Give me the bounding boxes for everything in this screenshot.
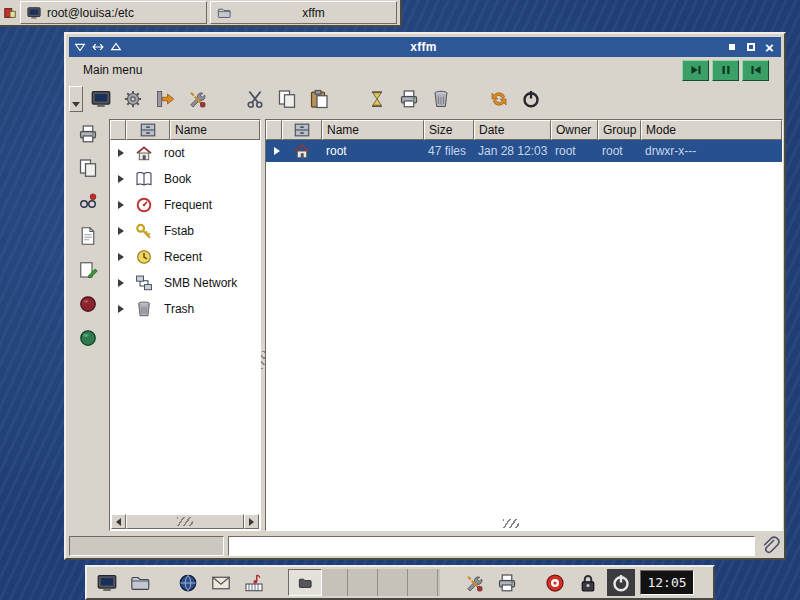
- column-header-group[interactable]: Group: [598, 120, 641, 140]
- toolbar-dropdown-button[interactable]: [69, 86, 83, 112]
- edit-tool-button[interactable]: [73, 255, 103, 285]
- print-tool-button[interactable]: [73, 119, 103, 149]
- tree-header-name[interactable]: Name: [170, 120, 260, 140]
- window-statusbar: [69, 535, 781, 557]
- tree-header-icon-cell[interactable]: [126, 120, 170, 140]
- column-header-mode[interactable]: Mode: [641, 120, 782, 140]
- triangle-up-icon[interactable]: [109, 40, 123, 54]
- scrollbar-thumb[interactable]: [126, 514, 244, 529]
- path-entry[interactable]: [228, 536, 755, 556]
- terminal-icon: [91, 89, 111, 109]
- grip-icon: [177, 517, 193, 526]
- gauge-icon: [124, 196, 164, 214]
- terminal-launcher[interactable]: [93, 569, 121, 596]
- triangle-down-icon[interactable]: [73, 40, 87, 54]
- print-button[interactable]: [395, 85, 423, 113]
- tree-item-root[interactable]: root: [110, 140, 260, 166]
- toolbar-separator: [337, 99, 359, 100]
- panel-clock: 12:05: [640, 570, 694, 595]
- titlebar[interactable]: xffm: [69, 37, 781, 57]
- go-button[interactable]: [151, 85, 179, 113]
- task-button-xffm[interactable]: xffm: [210, 1, 397, 24]
- column-header-owner[interactable]: Owner: [551, 120, 598, 140]
- copy-tool-button[interactable]: [73, 153, 103, 183]
- view-icon: [78, 192, 98, 212]
- quit-button[interactable]: [517, 85, 545, 113]
- horizontal-scrollbar[interactable]: [111, 514, 259, 529]
- files-launcher[interactable]: [126, 569, 154, 596]
- tree-header-spacer[interactable]: [110, 120, 126, 140]
- rewind-button[interactable]: [742, 60, 769, 81]
- attach-button[interactable]: [759, 535, 781, 557]
- music-launcher[interactable]: [240, 569, 268, 596]
- file-header-icon-cell[interactable]: [282, 120, 322, 140]
- tree-item-book[interactable]: Book: [110, 166, 260, 192]
- panel-separator: [273, 582, 283, 583]
- minimize-button[interactable]: [724, 40, 739, 54]
- grip-icon[interactable]: [503, 519, 519, 528]
- pause-icon: [719, 63, 733, 77]
- cut-button[interactable]: [241, 85, 269, 113]
- home-icon: [124, 144, 164, 162]
- scroll-left-button[interactable]: [111, 514, 126, 529]
- tools-button[interactable]: [183, 85, 211, 113]
- main-menu-item[interactable]: Main menu: [79, 61, 146, 79]
- column-header-size[interactable]: Size: [424, 120, 474, 140]
- window-title: xffm: [127, 40, 720, 54]
- tree-item-frequent[interactable]: Frequent: [110, 192, 260, 218]
- delete-button[interactable]: [427, 85, 455, 113]
- tools-launcher[interactable]: [460, 569, 488, 596]
- tree-item-smb-network[interactable]: SMB Network: [110, 270, 260, 296]
- settings-button[interactable]: [119, 85, 147, 113]
- tree-item-fstab[interactable]: Fstab: [110, 218, 260, 244]
- task-button-terminal[interactable]: root@louisa:/etc: [20, 1, 207, 24]
- view-tool-button[interactable]: [73, 187, 103, 217]
- help-launcher[interactable]: [541, 569, 569, 596]
- gear-icon: [123, 89, 143, 109]
- pause-button[interactable]: [712, 60, 739, 81]
- tree-item-label: SMB Network: [164, 276, 237, 290]
- close-button[interactable]: [762, 40, 777, 54]
- tree-item-recent[interactable]: Recent: [110, 244, 260, 270]
- power-button[interactable]: [607, 569, 635, 596]
- terminal-icon: [97, 573, 117, 593]
- browser-launcher[interactable]: [174, 569, 202, 596]
- arrow-right-icon: [249, 518, 254, 526]
- find-button[interactable]: [363, 85, 391, 113]
- document-tool-button[interactable]: [73, 221, 103, 251]
- network-icon: [124, 274, 164, 292]
- xffm-window: xffm Main menu: [64, 32, 786, 560]
- sphere-red-button[interactable]: [73, 289, 103, 319]
- pager-task-button[interactable]: [288, 569, 322, 596]
- column-header-date[interactable]: Date: [474, 120, 551, 140]
- pager: [288, 569, 440, 596]
- file-mode: drwxr-x---: [641, 144, 782, 158]
- printer-icon: [78, 124, 98, 144]
- toolbar-separator: [459, 99, 481, 100]
- maximize-button[interactable]: [743, 40, 758, 54]
- file-row-root[interactable]: root 47 files Jan 28 12:03 root root drw…: [266, 140, 782, 162]
- side-toolbar: [70, 119, 106, 353]
- mail-launcher[interactable]: [207, 569, 235, 596]
- expander-icon[interactable]: [274, 147, 280, 155]
- tree-item-label: Frequent: [164, 198, 212, 212]
- expander-cell: [266, 147, 282, 155]
- lock-button[interactable]: [574, 569, 602, 596]
- stick-icon[interactable]: [91, 40, 105, 54]
- file-header-spacer[interactable]: [266, 120, 282, 140]
- applet-icon[interactable]: [3, 6, 17, 20]
- terminal-button[interactable]: [87, 85, 115, 113]
- tools-icon: [464, 573, 484, 593]
- fast-forward-button[interactable]: [682, 60, 709, 81]
- reload-button[interactable]: [485, 85, 513, 113]
- column-header-name[interactable]: Name: [322, 120, 424, 140]
- tools-icon: [187, 89, 207, 109]
- copy-button[interactable]: [273, 85, 301, 113]
- tree-item-trash[interactable]: Trash: [110, 296, 260, 322]
- sphere-green-button[interactable]: [73, 323, 103, 353]
- print-launcher[interactable]: [493, 569, 521, 596]
- paste-button[interactable]: [305, 85, 333, 113]
- rewind-icon: [749, 63, 763, 77]
- folder-icon: [217, 6, 231, 20]
- scroll-right-button[interactable]: [244, 514, 259, 529]
